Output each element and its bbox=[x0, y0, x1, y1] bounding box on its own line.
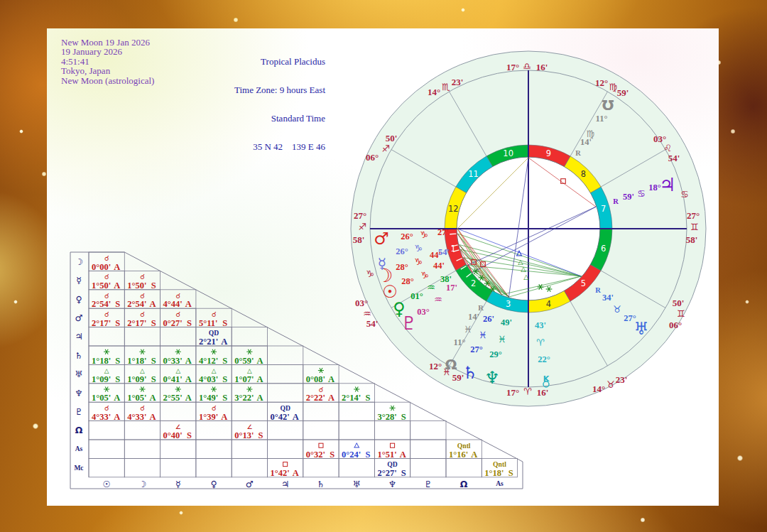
grid-aspect-conjunction-icon: ☌ bbox=[140, 310, 145, 318]
grid-col-label-mars: ♂ bbox=[246, 479, 254, 489]
cusp-degree-text: 03° bbox=[355, 298, 368, 308]
aspect-cell-uranus-jupiter bbox=[268, 364, 303, 383]
cusp-degree-text: 14° bbox=[428, 87, 440, 97]
cusp-degree-text: 59' bbox=[617, 87, 629, 98]
cusp-degree-text: 50' bbox=[673, 298, 685, 308]
venus-position-text: 01° bbox=[410, 291, 423, 301]
aspect-orb-value: 0°59' bbox=[234, 356, 254, 366]
aspect-cell-node-uranus bbox=[339, 421, 374, 440]
aspect-orb-value: 4°03' bbox=[199, 374, 218, 384]
grid-aspect-conjunction-icon: ☌ bbox=[140, 404, 145, 412]
virgo-icon: ♍ bbox=[609, 82, 617, 92]
aspect-cell-asc-jupiter bbox=[268, 440, 303, 458]
jupiter-position-text: R bbox=[613, 197, 619, 205]
cusp-degree-text: 12° bbox=[595, 77, 608, 88]
grid-aspect-conjunction-icon: ☌ bbox=[212, 404, 217, 412]
aspect-cell-node-saturn bbox=[303, 421, 339, 440]
aspect-orb-value: 2°27' bbox=[377, 468, 396, 478]
grid-aspect-square-icon bbox=[391, 443, 395, 447]
aspect-cell-asc-mercury bbox=[161, 440, 196, 458]
aspect-orb-value: 0°42' bbox=[271, 412, 290, 422]
south_node-position-text: 11° bbox=[596, 114, 608, 124]
pluto-position-text: 03° bbox=[417, 307, 430, 317]
aspect-applying-separating: S bbox=[115, 318, 120, 328]
grid-aspect-qd-icon: QD bbox=[209, 329, 219, 337]
aspect-cell-node-moon bbox=[124, 421, 160, 440]
grid-aspect-sextile-icon bbox=[246, 386, 252, 391]
aspect-cell-jupiter-mars bbox=[232, 327, 267, 346]
aspect-orb-value: 1°09' bbox=[127, 374, 146, 384]
grid-aspect-trine-icon: △ bbox=[212, 367, 217, 374]
natal-wheel: 123456789101112△△△27°♐58'03°♒54'12°♓59'1… bbox=[351, 51, 706, 406]
grid-col-label-venus: ♀ bbox=[210, 479, 217, 489]
aspect-applying-separating: S bbox=[151, 318, 156, 328]
aspect-cell-jupiter-moon bbox=[124, 327, 160, 346]
sun-position-text: 44' bbox=[433, 261, 445, 271]
aspect-applying-separating: S bbox=[222, 374, 227, 384]
aspect-orb-value: 2°14' bbox=[342, 393, 361, 403]
aspect-applying-separating: A bbox=[185, 393, 192, 403]
aspect-orb-value: 0°27' bbox=[163, 318, 183, 328]
grid-row-label-venus: ♀ bbox=[75, 294, 82, 305]
cusp-degree-text: 16' bbox=[536, 62, 548, 72]
aspect-applying-separating: A bbox=[114, 262, 120, 272]
grid-aspect-semisquare-icon: ∠ bbox=[246, 423, 252, 430]
aspect-applying-separating: S bbox=[222, 356, 227, 366]
grid-row-label-node: Ω bbox=[75, 425, 83, 435]
aries-icon: ♈ bbox=[536, 337, 545, 348]
grid-aspect-trine-icon: △ bbox=[247, 367, 252, 374]
neptune-position-text: 29° bbox=[489, 349, 502, 359]
aspect-orb-value: 0°00' bbox=[92, 262, 111, 272]
aspect-cell-jupiter-sun bbox=[89, 327, 124, 346]
aspect-orb-value: 1°05' bbox=[92, 393, 111, 403]
grid-aspect-conjunction-icon: ☌ bbox=[104, 273, 109, 281]
aspect-cell-node-neptune bbox=[374, 421, 410, 440]
aspect-applying-separating: S bbox=[401, 412, 406, 422]
cusp-degree-text: 54' bbox=[668, 153, 680, 163]
cusp-degree-text: 54' bbox=[366, 318, 379, 329]
aspect-orb-value: 1°09' bbox=[92, 374, 111, 384]
house-3-number: 3 bbox=[506, 299, 511, 309]
cusp-degree-text: 12° bbox=[429, 361, 442, 371]
aspect-orb-value: 0°13' bbox=[234, 430, 254, 440]
grid-aspect-conjunction-icon: ☌ bbox=[104, 310, 109, 318]
grid-aspect-sextile-icon bbox=[211, 349, 217, 354]
chart-canvas: 123456789101112△△△27°♐58'03°♒54'12°♓59'1… bbox=[0, 0, 767, 532]
aspect-orb-value: 2°22' bbox=[306, 393, 325, 403]
house-10-number: 10 bbox=[503, 148, 513, 158]
grid-row-label-saturn: ♄ bbox=[75, 350, 82, 361]
pluto-icon: ♇ bbox=[401, 313, 417, 334]
aspect-cell-node-pluto bbox=[410, 421, 446, 440]
aries-icon: ♈ bbox=[523, 386, 532, 397]
aspect-cell-node-jupiter bbox=[268, 421, 303, 440]
grid-row-label-moon: ☽ bbox=[75, 256, 82, 267]
cusp-degree-text: 17° bbox=[506, 62, 519, 72]
aspect-orb-value: 2°17' bbox=[127, 318, 146, 328]
aspect-cell-mc-moon bbox=[124, 458, 160, 477]
aspect-cell-mc-node bbox=[446, 458, 482, 477]
aspect-applying-separating: A bbox=[293, 412, 299, 422]
grid-col-label-asc: As bbox=[496, 480, 504, 487]
aspect-cell-mc-mercury bbox=[161, 458, 196, 477]
aspect-applying-separating: S bbox=[222, 318, 227, 328]
mars-position-text: 27' bbox=[437, 227, 449, 237]
scorpio-icon: ♏ bbox=[442, 82, 450, 92]
grid-row-label-asc: As bbox=[75, 445, 83, 452]
grid-aspect-quintile-icon: Qntl bbox=[493, 460, 506, 468]
grid-aspect-conjunction-icon: ☌ bbox=[104, 254, 109, 262]
cusp-degree-text: 14° bbox=[592, 384, 605, 394]
jupiter-position-text: 59' bbox=[623, 192, 634, 202]
aspect-cell-asc-pluto bbox=[410, 440, 446, 458]
south_node-position-text: 14' bbox=[580, 137, 592, 147]
aspect-applying-separating: A bbox=[150, 412, 156, 422]
aspect-applying-separating: A bbox=[328, 393, 334, 403]
aspect-orb-value: 2°55' bbox=[163, 393, 183, 403]
aspect-marker-trine: △ bbox=[521, 265, 526, 273]
grid-aspect-sextile-icon bbox=[246, 349, 252, 354]
cusp-degree-text: 23' bbox=[452, 77, 464, 87]
aspect-cell-asc-sun bbox=[89, 440, 124, 458]
aspect-cell-neptune-jupiter bbox=[268, 384, 303, 402]
grid-aspect-trine-icon: △ bbox=[104, 367, 109, 374]
grid-row-label-jupiter: ♃ bbox=[75, 331, 82, 342]
grid-aspect-conjunction-icon: ☌ bbox=[104, 404, 109, 412]
